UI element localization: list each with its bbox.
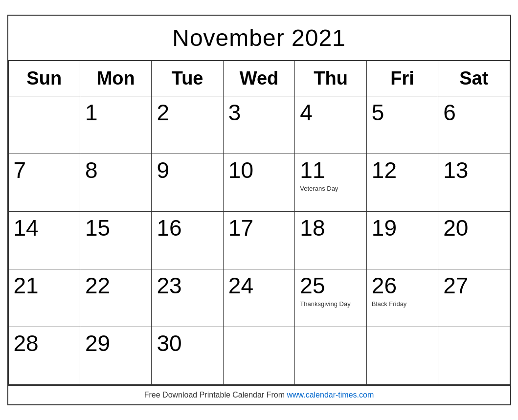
header-mon: Mon [80,61,152,96]
day-number-5: 5 [372,100,433,125]
calendar-cell-w3-d7: 20 [438,212,510,269]
day-number-9: 9 [157,158,218,183]
calendar-cell-w4-d6: 26Black Friday [366,269,438,327]
day-number-15: 15 [85,216,147,241]
footer-url: www.calendar-times.com [287,391,374,399]
calendar-cell-w5-d7 [438,327,510,385]
day-number-12: 12 [372,158,433,183]
day-number-3: 3 [228,100,290,125]
calendar-cell-w4-d4: 24 [223,269,295,327]
day-number-10: 10 [228,158,290,183]
calendar-cell-w3-d1: 14 [8,212,80,269]
calendar-cell-w1-d3: 2 [152,96,223,154]
calendar-cell-w2-d4: 10 [223,154,295,212]
calendar-cell-w1-d4: 3 [223,96,295,154]
calendar-cell-w5-d6 [366,327,438,385]
calendar-cell-w3-d2: 15 [80,212,152,269]
calendar-container: November 2021 Sun Mon Tue Wed Thu Fri Sa… [7,15,511,405]
calendar-cell-w4-d5: 25Thanksgiving Day [295,269,367,327]
holiday-label-26: Black Friday [372,300,433,309]
day-number-16: 16 [157,216,218,241]
day-number-23: 23 [157,273,218,298]
holiday-label-25: Thanksgiving Day [300,300,361,309]
calendar-cell-w3-d3: 16 [152,212,223,269]
header-sat: Sat [438,61,510,96]
day-number-24: 24 [228,273,290,298]
calendar-cell-w1-d6: 5 [366,96,438,154]
calendar-cell-w5-d5 [295,327,367,385]
calendar-cell-w1-d7: 6 [438,96,510,154]
day-number-28: 28 [14,331,75,356]
day-number-14: 14 [14,216,75,241]
header-sun: Sun [8,61,80,96]
header-tue: Tue [152,61,223,96]
calendar-footer: Free Download Printable Calendar From ww… [8,385,510,404]
day-number-21: 21 [14,273,75,298]
days-of-week-row: Sun Mon Tue Wed Thu Fri Sat [8,61,510,96]
calendar-cell-w4-d1: 21 [8,269,80,327]
calendar-title: November 2021 [8,16,510,61]
footer-text: Free Download Printable Calendar From ww… [144,391,374,399]
day-number-22: 22 [85,273,147,298]
calendar-cell-w1-d1 [8,96,80,154]
week-row-3: 14151617181920 [8,212,510,269]
day-number-26: 26 [372,273,433,298]
calendar-cell-w3-d6: 19 [366,212,438,269]
day-number-11: 11 [300,158,361,183]
week-row-5: 282930 [8,327,510,385]
calendar-cell-w5-d2: 29 [80,327,152,385]
calendar-cell-w4-d2: 22 [80,269,152,327]
calendar-cell-w3-d4: 17 [223,212,295,269]
day-number-25: 25 [300,273,361,298]
calendar-cell-w1-d2: 1 [80,96,152,154]
day-number-17: 17 [228,216,290,241]
holiday-label-11: Veterans Day [300,185,361,193]
day-number-7: 7 [14,158,75,183]
calendar-grid: Sun Mon Tue Wed Thu Fri Sat 123456789101… [8,61,510,385]
calendar-cell-w2-d5: 11Veterans Day [295,154,367,212]
calendar-cell-w1-d5: 4 [295,96,367,154]
week-row-1: 123456 [8,96,510,154]
day-number-6: 6 [443,100,504,125]
day-number-4: 4 [300,100,361,125]
calendar-cell-w3-d5: 18 [295,212,367,269]
week-row-4: 2122232425Thanksgiving Day26Black Friday… [8,269,510,327]
calendar-cell-w4-d7: 27 [438,269,510,327]
calendar-cell-w4-d3: 23 [152,269,223,327]
header-thu: Thu [295,61,367,96]
day-number-8: 8 [85,158,147,183]
week-row-2: 7891011Veterans Day1213 [8,154,510,212]
day-number-1: 1 [85,100,147,125]
day-number-27: 27 [443,273,504,298]
day-number-13: 13 [443,158,504,183]
header-fri: Fri [366,61,438,96]
day-number-29: 29 [85,331,147,356]
calendar-cell-w2-d2: 8 [80,154,152,212]
day-number-30: 30 [157,331,218,356]
calendar-cell-w2-d1: 7 [8,154,80,212]
day-number-18: 18 [300,216,361,241]
day-number-19: 19 [372,216,433,241]
calendar-cell-w2-d6: 12 [366,154,438,212]
calendar-cell-w5-d3: 30 [152,327,223,385]
calendar-cell-w2-d7: 13 [438,154,510,212]
day-number-20: 20 [443,216,504,241]
header-wed: Wed [223,61,295,96]
calendar-cell-w5-d1: 28 [8,327,80,385]
calendar-cell-w2-d3: 9 [152,154,223,212]
day-number-2: 2 [157,100,218,125]
calendar-cell-w5-d4 [223,327,295,385]
